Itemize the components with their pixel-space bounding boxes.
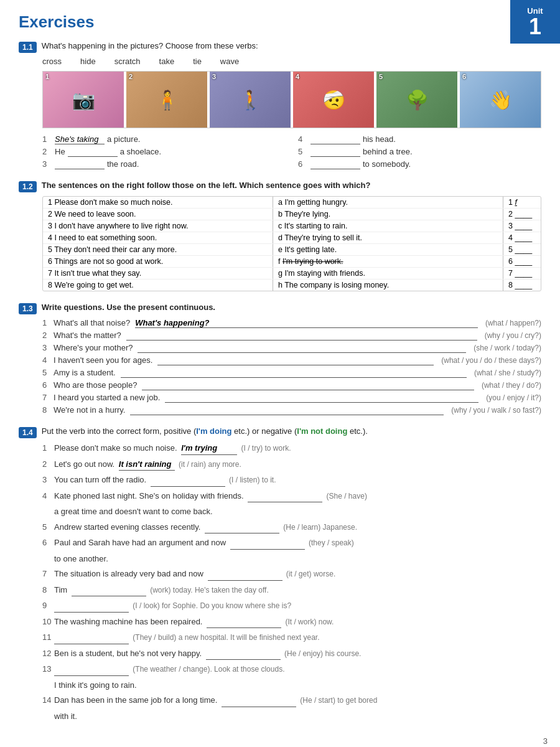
q-row-7: 7 I heard you started a new job. (you / …	[42, 393, 541, 403]
left-8: 8 We're going to get wet.	[43, 280, 273, 291]
ans-7: 7 ____	[503, 268, 541, 279]
section-1-1-header: 1.1 What's happening in the pictures? Ch…	[19, 41, 541, 53]
verb-take: take	[159, 57, 175, 66]
ans-6: 6 ____	[503, 256, 541, 267]
section-1-3-header: 1.3 Write questions. Use the present con…	[19, 303, 541, 314]
q-row-3: 3 Where's your mother? (she / work / tod…	[42, 343, 541, 353]
mid-d: d They're trying to sell it.	[273, 232, 503, 243]
section-1-2: 1.2 The sentences on the right follow th…	[19, 181, 541, 291]
unit-number: 1	[529, 16, 541, 38]
q-row-2: 2 What's the matter? (why / you / cry?)	[42, 331, 541, 341]
section-1-1-instruction: What's happening in the pictures? Choose…	[42, 41, 258, 50]
section-1-3-number: 1.3	[19, 303, 37, 314]
s14-item-14b: with it.	[42, 710, 541, 723]
section-1-2-number: 1.2	[19, 181, 37, 192]
box-row-8: 8 We're going to get wet. h The company …	[43, 280, 541, 291]
s14-item-10: 10 The washing machine has been repaired…	[42, 616, 541, 629]
section-1-3: 1.3 Write questions. Use the present con…	[19, 303, 541, 415]
s14-item-13b: I think it's going to rain.	[42, 679, 541, 692]
box-row-5: 5 They don't need their car any more. e …	[43, 244, 541, 256]
s14-item-4b: a great time and doesn't want to come ba…	[42, 505, 541, 518]
verb-scratch: scratch	[114, 57, 141, 66]
section-1-4-header: 1.4 Put the verb into the correct form, …	[19, 426, 541, 438]
ans-2: 2 ____	[503, 209, 541, 220]
box-row-4: 4 I need to eat something soon. d They'r…	[43, 232, 541, 244]
q-row-4: 4 I haven't seen you for ages. (what / y…	[42, 355, 541, 365]
left-6: 6 Things are not so good at work.	[43, 256, 273, 267]
q-row-1: 1 What's all that noise? What's happenin…	[42, 318, 541, 328]
page: Unit 1 Exercises 1.1 What's happening in…	[0, 0, 560, 747]
q-row-6: 6 Who are those people? (what / they / d…	[42, 380, 541, 390]
s14-item-9: 9 (I / look) for Sophie. Do you know whe…	[42, 599, 541, 613]
s14-item-5: 5 Andrew started evening classes recentl…	[42, 521, 541, 534]
page-title: Exercises	[19, 12, 541, 32]
left-4: 4 I need to eat something soon.	[43, 232, 273, 243]
section-1-4-instruction: Put the verb into the correct form, posi…	[42, 426, 368, 436]
section-1-4-number: 1.4	[19, 427, 37, 438]
box-row-7: 7 It isn't true what they say. g I'm sta…	[43, 268, 541, 280]
ans-8: 8 ____	[503, 280, 541, 291]
questions-list-13: 1 What's all that noise? What's happenin…	[42, 318, 541, 415]
picture-3: 3 🚶	[210, 72, 291, 128]
picture-6: 6 👋	[460, 72, 541, 128]
ans-1: 1 f	[503, 197, 541, 208]
fill-line-3: 3 the road.	[42, 159, 286, 169]
mid-e: e It's getting late.	[273, 244, 503, 255]
left-7: 7 It isn't true what they say.	[43, 268, 273, 279]
ans-4: 4 ____	[503, 232, 541, 243]
s14-item-6b: to one another.	[42, 553, 541, 565]
section-1-4: 1.4 Put the verb into the correct form, …	[19, 426, 541, 722]
box-row-1: 1 Please don't make so much noise. a I'm…	[43, 197, 541, 209]
mid-c: c It's starting to rain.	[273, 220, 503, 232]
section-1-1: 1.1 What's happening in the pictures? Ch…	[19, 41, 541, 169]
fill-line-4: 4 his head.	[298, 134, 541, 144]
picture-4: 4 🤕	[293, 72, 374, 128]
mid-b: b They're lying.	[273, 209, 503, 220]
picture-5: 5 🌳	[376, 72, 457, 128]
s14-item-6: 6 Paul and Sarah have had an argument an…	[42, 537, 541, 550]
q-row-5: 5 Amy is a student. (what / she / study?…	[42, 368, 541, 378]
section-1-3-instruction: Write questions. Use the present continu…	[42, 303, 215, 312]
verb-cross: cross	[42, 57, 62, 66]
matching-box: 1 Please don't make so much noise. a I'm…	[42, 196, 541, 291]
fill-line-1: 1 She's taking a picture.	[42, 134, 286, 144]
pictures-row: 1 📷 2 🧍 3 🚶 4 🤕 5 🌳 6 👋	[42, 71, 541, 128]
fill-line-6: 6 to somebody.	[298, 159, 541, 169]
left-3: 3 I don't have anywhere to live right no…	[43, 220, 273, 232]
ans-5: 5 ____	[503, 244, 541, 255]
s14-item-4: 4 Kate phoned last night. She's on holid…	[42, 490, 541, 503]
mid-h: h The company is losing money.	[273, 280, 503, 291]
s14-item-13: 13 (The weather / change). Look at those…	[42, 663, 541, 676]
section-1-2-instruction: The sentences on the right follow those …	[42, 181, 371, 190]
left-2: 2 We need to leave soon.	[43, 209, 273, 220]
verb-tie: tie	[193, 57, 202, 66]
left-1: 1 Please don't make so much noise.	[43, 197, 273, 208]
verb-list: cross hide scratch take tie wave	[42, 57, 541, 66]
verb-hide: hide	[80, 57, 96, 66]
mid-f: f I'm trying to work.	[273, 256, 503, 267]
fill-line-5: 5 behind a tree.	[298, 147, 541, 157]
box-row-2: 2 We need to leave soon. b They're lying…	[43, 209, 541, 220]
mid-a: a I'm getting hungry.	[273, 197, 503, 208]
s14-item-2: 2 Let's go out now. It isn't raining (it…	[42, 458, 541, 471]
q-row-8: 8 We're not in a hurry. (why / you / wal…	[42, 405, 541, 415]
page-number: 3	[543, 736, 548, 746]
mid-g: g I'm staying with friends.	[273, 268, 503, 279]
box-row-6: 6 Things are not so good at work. f I'm …	[43, 256, 541, 268]
s14-item-8: 8 Tim (work) today. He's taken the day o…	[42, 584, 541, 597]
picture-1: 1 📷	[43, 72, 124, 128]
s14-item-11: 11 (They / build) a new hospital. It wil…	[42, 631, 541, 644]
s14-item-3: 3 You can turn off the radio. (I / liste…	[42, 474, 541, 487]
section-14-list: 1 Please don't make so much noise. I'm t…	[42, 442, 541, 722]
ans-3: 3 ____	[503, 220, 541, 232]
picture-2: 2 🧍	[126, 72, 207, 128]
s14-item-7: 7 The situation is already very bad and …	[42, 568, 541, 581]
s14-item-14: 14 Dan has been in the same job for a lo…	[42, 694, 541, 707]
section-1-2-header: 1.2 The sentences on the right follow th…	[19, 181, 541, 192]
unit-badge: Unit 1	[510, 0, 560, 44]
s14-item-12: 12 Ben is a student, but he's not very h…	[42, 647, 541, 660]
left-5: 5 They don't need their car any more.	[43, 244, 273, 255]
verb-wave: wave	[220, 57, 239, 66]
section-1-1-number: 1.1	[19, 42, 37, 53]
box-row-3: 3 I don't have anywhere to live right no…	[43, 220, 541, 232]
